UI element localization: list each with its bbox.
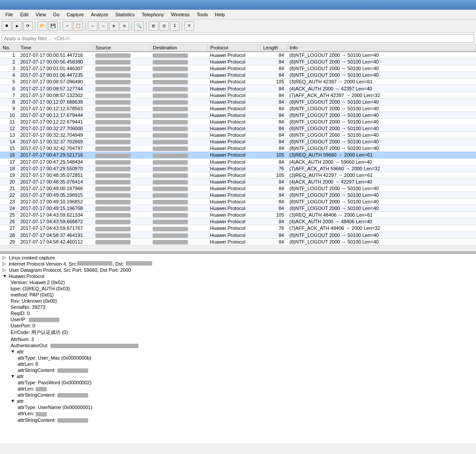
cell-source bbox=[93, 132, 150, 139]
detail-item[interactable]: ▼Huawei Protocol bbox=[2, 273, 474, 279]
filter-input[interactable] bbox=[2, 34, 474, 43]
menu-item-help[interactable]: Help bbox=[211, 11, 229, 18]
cell-length: 84 bbox=[260, 185, 287, 191]
toolbar-btn-open[interactable]: 📂 bbox=[37, 21, 47, 31]
table-row[interactable]: 62017-07-17 00:08:57.127744Huawei Protoc… bbox=[0, 85, 476, 92]
cell-time: 2017-07-17 00:49:00.197966 bbox=[18, 185, 93, 191]
table-row[interactable]: 252017-07-17 04:43:59.621334Huawei Proto… bbox=[0, 212, 476, 218]
table-row[interactable]: 262017-07-17 04:43:59.666872Huawei Proto… bbox=[0, 218, 476, 225]
col-header-protocol[interactable]: Protocol bbox=[207, 44, 260, 52]
cell-no: 28 bbox=[0, 232, 18, 238]
cell-info: (7)AFF_ACK_ATH 59660 → 2000 Len=32 bbox=[287, 165, 476, 172]
menu-item-file[interactable]: File bbox=[2, 11, 17, 18]
table-row[interactable]: 232017-07-17 00:49:10.196852Huawei Proto… bbox=[0, 199, 476, 205]
cell-no: 22 bbox=[0, 191, 18, 198]
toolbar-btn-cut[interactable]: ✂ bbox=[63, 21, 72, 31]
col-header-destination[interactable]: Destination bbox=[150, 44, 207, 52]
table-row[interactable]: 162017-07-17 00:47:29.521716Huawei Proto… bbox=[0, 152, 476, 158]
toolbar-btn-zoom-in[interactable]: ⊞ bbox=[149, 21, 158, 31]
cell-info: (8)NTF_LOGOUT 2000 → 50100 Len=40 bbox=[287, 132, 476, 139]
menu-item-edit[interactable]: Edit bbox=[17, 11, 32, 18]
cell-info: (7)AFF_ACK_ATH 42397 → 2000 Len=32 bbox=[287, 92, 476, 98]
table-row[interactable]: 142017-07-17 00:32:37.702869Huawei Proto… bbox=[0, 139, 476, 145]
toolbar-btn-zoom-out[interactable]: ⊟ bbox=[159, 21, 169, 31]
table-row[interactable]: 42017-07-17 00:01:06.447235Huawei Protoc… bbox=[0, 72, 476, 79]
table-row[interactable]: 112017-07-17 00:12:22.679441Huawei Proto… bbox=[0, 118, 476, 125]
detail-item[interactable]: ▼attr bbox=[2, 349, 474, 355]
cell-info: (8)NTF_LOGOUT 2000 → 50100 Len=40 bbox=[287, 199, 476, 205]
toolbar-btn-copy[interactable]: 📋 bbox=[73, 21, 83, 31]
menu-item-telephony[interactable]: Telephony bbox=[138, 11, 167, 18]
toolbar-btn-restart[interactable]: ⟳ bbox=[23, 21, 33, 31]
toolbar-btn-forward[interactable]: ⇨ bbox=[98, 21, 108, 31]
toolbar-btn-start[interactable]: ▶ bbox=[12, 21, 22, 31]
collapse-icon[interactable]: ▼ bbox=[3, 274, 7, 278]
collapse-icon[interactable]: ▼ bbox=[11, 398, 15, 403]
cell-destination bbox=[150, 225, 207, 232]
table-row[interactable]: 292017-07-17 04:58:42.460112Huawei Proto… bbox=[0, 238, 476, 245]
toolbar-btn-zoom-normal[interactable]: 1 bbox=[170, 21, 180, 31]
cell-no: 4 bbox=[0, 72, 18, 79]
col-header-no[interactable]: No. bbox=[0, 44, 18, 52]
cell-no: 6 bbox=[0, 85, 18, 92]
detail-item[interactable]: ▷User Datagram Protocol, Src Port: 59660… bbox=[2, 267, 474, 273]
col-header-time[interactable]: Time bbox=[18, 44, 93, 52]
menu-item-tools[interactable]: Tools bbox=[193, 11, 212, 18]
menu-item-view[interactable]: View bbox=[32, 11, 50, 18]
table-row[interactable]: 32017-07-17 00:01:01.446307Huawei Protoc… bbox=[0, 65, 476, 72]
menu-item-go[interactable]: Go bbox=[49, 11, 63, 18]
toolbar-btn-back[interactable]: ⇦ bbox=[88, 21, 97, 31]
table-row[interactable]: 102017-07-17 00:12:17.679444Huawei Proto… bbox=[0, 112, 476, 118]
table-row[interactable]: 222017-07-17 00:49:05.196915Huawei Proto… bbox=[0, 191, 476, 198]
cell-source bbox=[93, 139, 150, 145]
table-row[interactable]: 52017-07-17 00:08:57.096490Huawei Protoc… bbox=[0, 79, 476, 85]
toolbar-btn-save[interactable]: 💾 bbox=[48, 21, 58, 31]
table-row[interactable]: 22017-07-17 00:00:56.458380Huawei Protoc… bbox=[0, 59, 476, 65]
table-row[interactable]: 202017-07-17 00:48:35.076414Huawei Proto… bbox=[0, 178, 476, 185]
table-row[interactable]: 212017-07-17 00:49:00.197966Huawei Proto… bbox=[0, 185, 476, 191]
filter-bar[interactable] bbox=[0, 33, 476, 44]
detail-item[interactable]: ▼attr bbox=[2, 398, 474, 404]
detail-item[interactable]: ▷Linux cooked capture bbox=[2, 255, 474, 261]
toolbar-btn-zoom-out-time[interactable]: ⊖ bbox=[120, 21, 129, 31]
menu-item-analyze[interactable]: Analyze bbox=[87, 11, 112, 18]
table-row[interactable]: 172017-07-17 00:47:29.548434Huawei Proto… bbox=[0, 158, 476, 165]
table-row[interactable]: 192017-07-17 00:48:35.072851Huawei Proto… bbox=[0, 172, 476, 178]
toolbar-btn-zoom-in-time[interactable]: ⊕ bbox=[109, 21, 119, 31]
expand-icon[interactable]: ▷ bbox=[3, 267, 7, 272]
menu-item-statistics[interactable]: Statistics bbox=[112, 11, 138, 18]
detail-label: Linux cooked capture bbox=[9, 255, 55, 260]
cell-time: 2017-07-17 00:12:22.679441 bbox=[18, 118, 93, 125]
table-row[interactable]: 272017-07-17 04:43:59.671767Huawei Proto… bbox=[0, 225, 476, 232]
col-header-info[interactable]: Info bbox=[287, 44, 476, 52]
collapse-icon[interactable]: ▼ bbox=[11, 349, 15, 354]
expand-icon[interactable]: ▷ bbox=[3, 255, 7, 260]
collapse-icon[interactable]: ▼ bbox=[11, 374, 15, 379]
cell-time: 2017-07-17 04:58:42.460112 bbox=[18, 238, 93, 245]
menu-item-capture[interactable]: Capture bbox=[63, 11, 87, 18]
cell-info: (3)REQ_AUTH 42397 → 2000 Len=61 bbox=[287, 79, 476, 85]
table-row[interactable]: 92017-07-17 00:12:12.678563Huawei Protoc… bbox=[0, 105, 476, 112]
col-header-source[interactable]: Source bbox=[93, 44, 150, 52]
packet-list[interactable]: No. Time Source Destination Protocol Len… bbox=[0, 44, 476, 251]
table-row[interactable]: 242017-07-17 00:49:15.196768Huawei Proto… bbox=[0, 205, 476, 212]
table-row[interactable]: 182017-07-17 00:47:29.550970Huawei Proto… bbox=[0, 165, 476, 172]
toolbar-btn-find[interactable]: 🔍 bbox=[134, 21, 144, 31]
detail-panel[interactable]: ▷Linux cooked capture▷Internet Protocol … bbox=[0, 254, 476, 443]
cell-time: 2017-07-17 00:08:57.096490 bbox=[18, 79, 93, 85]
toolbar-btn-stop[interactable]: ■ bbox=[2, 21, 11, 31]
table-row[interactable]: 152017-07-17 00:32:42.704797Huawei Proto… bbox=[0, 145, 476, 152]
table-row[interactable]: 132017-07-17 00:32:32.704949Huawei Proto… bbox=[0, 132, 476, 139]
table-row[interactable]: 72017-07-17 00:08:57.132302Huawei Protoc… bbox=[0, 92, 476, 98]
col-header-length[interactable]: Length bbox=[260, 44, 287, 52]
toolbar-btn-coloring[interactable]: ≡ bbox=[184, 21, 194, 31]
menu-item-wireless[interactable]: Wireless bbox=[168, 11, 193, 18]
table-row[interactable]: 12017-07-17 00:00:51.447216Huawei Protoc… bbox=[0, 52, 476, 59]
table-row[interactable]: 122017-07-17 00:32:27.706000Huawei Proto… bbox=[0, 125, 476, 132]
table-row[interactable]: 82017-07-17 00:12:07.688639Huawei Protoc… bbox=[0, 98, 476, 105]
detail-item[interactable]: ▼attr bbox=[2, 373, 474, 379]
detail-item[interactable]: ▷Internet Protocol Version 4, Src:, Dst: bbox=[2, 261, 474, 267]
cell-length: 84 bbox=[260, 232, 287, 238]
table-row[interactable]: 282017-07-17 04:58:37.464191Huawei Proto… bbox=[0, 232, 476, 238]
expand-icon[interactable]: ▷ bbox=[3, 261, 7, 266]
